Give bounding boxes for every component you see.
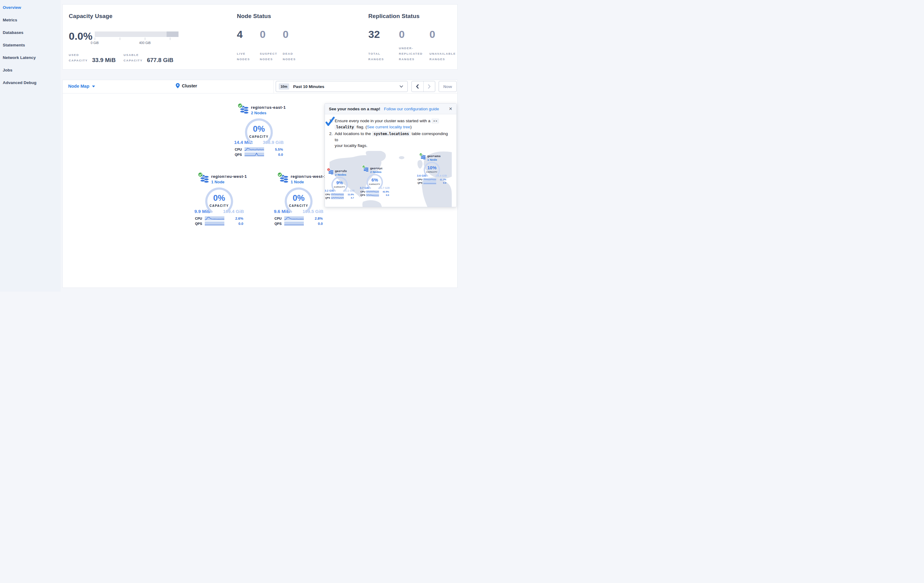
sparkline-chart: [331, 196, 344, 199]
toolbar-divider: [274, 80, 274, 94]
breadcrumb[interactable]: Cluster: [176, 83, 197, 88]
step-text: Add locations to the: [335, 132, 372, 136]
node-region-nyc: geo=nyc2 Nodes6%CAPACITY3.7 GiB65.7 GiBC…: [358, 166, 392, 196]
region-nodes-link[interactable]: 1 Node: [291, 180, 327, 184]
capacity-gauge: 0%CAPACITY: [244, 118, 274, 147]
stat-value: 0: [429, 28, 459, 40]
used-capacity-value: 33.9 MiB: [92, 57, 116, 64]
node-status-section: Node Status 4LIVE NODES0SUSPECT NODES0DE…: [236, 5, 364, 70]
replication-status-title: Replication Status: [368, 13, 420, 20]
stat-value: 0: [260, 28, 282, 40]
capacity-percent-value: 6%: [366, 177, 383, 183]
capacity-percent-value: 10%: [423, 165, 441, 170]
region-metrics: CPU2.8%QPS0.0: [274, 216, 323, 226]
stat-value: 0: [283, 28, 304, 40]
qps-value: 0.0: [278, 153, 283, 156]
capacity-percent-value: 0%: [205, 193, 234, 203]
now-button[interactable]: Now: [439, 81, 457, 92]
region-locality-label: geo=sfo: [335, 169, 347, 173]
status-stat: 0DEAD NODES: [283, 28, 304, 65]
region-nodes-link[interactable]: 2 Nodes: [370, 170, 383, 173]
capacity-label: CAPACITY: [331, 186, 348, 188]
preview-world-map: 1geo=sfo2 Nodes9%CAPACITY3.2 GiB35.1 GiB…: [330, 151, 452, 207]
cpu-label: CPU: [195, 217, 205, 220]
time-range-picker[interactable]: 10m Past 10 Minutes: [276, 81, 408, 92]
popup-title: See your nodes on a map!: [329, 107, 380, 111]
region-titles: geo=nyc2 Nodes: [370, 166, 383, 173]
healthy-check-icon: [198, 172, 203, 178]
region-titles: region=us-west-11 Node: [291, 174, 327, 184]
sidebar-item-databases[interactable]: Databases: [0, 28, 61, 40]
sidebar-item-jobs[interactable]: Jobs: [0, 65, 61, 77]
region-locality-label: region=eu-west-1: [211, 174, 247, 179]
cpu-value: 2.8%: [315, 217, 323, 220]
replication-status-section: Replication Status 32TOTAL RANGES0UNDER-…: [367, 5, 458, 70]
sidebar-item-statements[interactable]: Statements: [0, 40, 61, 53]
time-forward-button[interactable]: [423, 81, 435, 92]
sidebar-item-advanced-debug[interactable]: Advanced Debug: [0, 77, 61, 90]
usable-capacity-label: USABLE CAPACITY: [124, 52, 142, 64]
time-back-button[interactable]: [412, 81, 423, 92]
region-nodes-link[interactable]: 1 Node: [211, 180, 247, 184]
capacity-usage-section: Capacity Usage 0.0% 0 GiB 400 GiB USED C…: [63, 5, 234, 70]
node-map-toolbar: Node Map Cluster 10m Past 10 Minutes: [63, 80, 457, 94]
region-nodes-link[interactable]: 2 Nodes: [335, 173, 347, 176]
status-stat: 0UNAVAILABLE RANGES: [429, 28, 459, 65]
node-region-ams: geo=ams1 Node10%CAPACITY3.6 GiB34.4 GiBC…: [415, 154, 449, 184]
capacity-label: CAPACITY: [284, 204, 313, 208]
capacity-label: CAPACITY: [205, 204, 234, 208]
qps-metric-row: QPS0.0: [195, 222, 243, 226]
cpu-label: CPU: [235, 148, 244, 151]
used-capacity-label: USED CAPACITY: [69, 52, 88, 64]
close-icon[interactable]: ✕: [449, 106, 452, 111]
region-nodes-link[interactable]: 2 Nodes: [251, 110, 286, 115]
popup-step-2: 2.Add locations to the system.locations …: [329, 131, 452, 148]
sidebar: OverviewMetricsDatabasesStatementsNetwor…: [0, 0, 61, 292]
check-icon: [325, 117, 335, 126]
sparkline-chart: [423, 178, 436, 181]
capacity-gauge: 9%CAPACITY: [331, 176, 348, 193]
sidebar-item-overview[interactable]: Overview: [0, 2, 61, 15]
stat-label: UNAVAILABLE RANGES: [429, 51, 456, 62]
capacity-percent: 0.0%: [69, 30, 92, 42]
chevron-right-icon: [427, 84, 431, 89]
view-mode-dropdown[interactable]: Node Map: [68, 84, 95, 89]
qps-metric-row: QPS4.7: [325, 196, 354, 199]
region-metrics: CPU42.5%QPS0.0: [360, 190, 389, 196]
capacity-tick-label: 400 GiB: [139, 41, 151, 44]
cpu-label: CPU: [360, 190, 366, 193]
region-icon: [200, 174, 210, 183]
locality-tree-link[interactable]: See current locality tree: [367, 125, 410, 129]
cpu-value: 11.0%: [348, 193, 354, 196]
sidebar-item-metrics[interactable]: Metrics: [0, 15, 61, 28]
cpu-metric-row: CPU2.8%: [274, 216, 323, 220]
app-window: OverviewMetricsDatabasesStatementsNetwor…: [0, 0, 462, 292]
qps-label: QPS: [417, 181, 423, 184]
step-text: your locality flags.: [335, 143, 367, 148]
capacity-usage-title: Capacity Usage: [69, 13, 112, 20]
region-icon: [420, 154, 426, 160]
stat-value: 4: [237, 28, 259, 40]
popup-step-1: 1.Ensure every node in your cluster was …: [329, 118, 452, 130]
region-icon: [279, 174, 289, 183]
region-locality-label: geo=ams: [427, 154, 441, 158]
qps-value: 0.0: [386, 194, 389, 196]
sidebar-item-network-latency[interactable]: Network Latency: [0, 53, 61, 65]
region-metrics: CPU2.6%QPS0.0: [195, 216, 243, 226]
cpu-metric-row: CPU12.3%: [417, 178, 446, 181]
region-nodes-link[interactable]: 1 Node: [427, 158, 441, 161]
sparkline-chart: [366, 190, 379, 193]
stat-label: SUSPECT NODES: [260, 51, 277, 62]
cpu-metric-row: CPU42.5%: [360, 190, 389, 193]
configuration-guide-link[interactable]: Follow our configuration guide: [384, 107, 439, 111]
cpu-value: 12.3%: [440, 178, 446, 181]
region-titles: region=us-east-12 Nodes: [251, 105, 286, 115]
healthy-check-icon: [237, 103, 243, 109]
qps-label: QPS: [274, 222, 284, 226]
popup-body: 1.Ensure every node in your cluster was …: [325, 114, 456, 207]
code-span: system.locations: [372, 132, 411, 136]
node-region-us-east-1: region=us-east-12 Nodes0%CAPACITY14.4 Mi…: [231, 105, 286, 156]
cpu-label: CPU: [274, 217, 284, 220]
capacity-tick: [120, 38, 120, 40]
capacity-label: CAPACITY: [366, 183, 383, 185]
